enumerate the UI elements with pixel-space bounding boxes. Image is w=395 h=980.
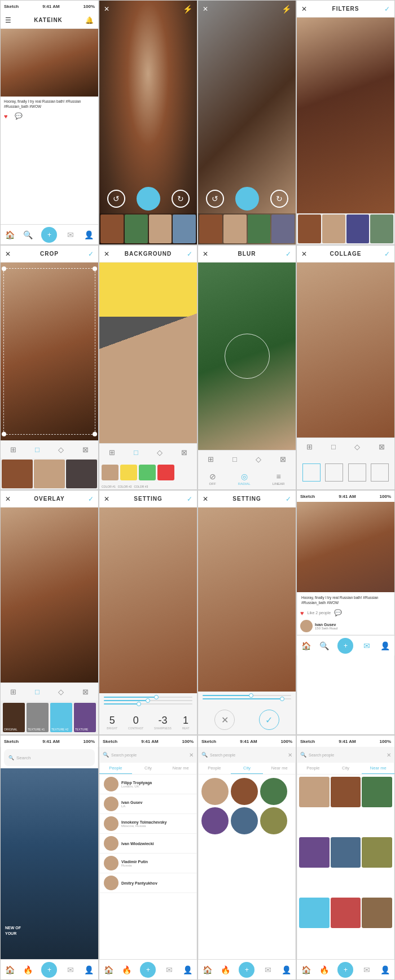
check-collage[interactable]: ✓ xyxy=(384,250,390,258)
tab-home[interactable]: 🏠 xyxy=(5,230,15,240)
tab-messages-13[interactable]: ✉ xyxy=(65,965,76,975)
collage-3x2[interactable] xyxy=(371,463,389,482)
dot-2-2[interactable] xyxy=(280,697,284,701)
person-row-4[interactable]: Ivan Wlodzwiecki xyxy=(99,834,197,854)
tab-messages-14[interactable]: ✉ xyxy=(164,965,174,975)
tab-nearme-14[interactable]: Near me xyxy=(164,763,197,774)
nearme-cell-7[interactable] xyxy=(299,898,330,928)
close-filters[interactable]: ✕ xyxy=(301,5,307,13)
close-icon-2[interactable]: ✕ xyxy=(203,5,208,13)
bg-grid-icon[interactable]: ⊠ xyxy=(181,448,187,457)
city-person-4[interactable] xyxy=(201,807,229,834)
menu-icon[interactable]: ☰ xyxy=(5,16,11,24)
ov-grid-icon[interactable]: ⊠ xyxy=(82,688,89,696)
collage-2x2[interactable] xyxy=(348,463,366,482)
tab-people-14[interactable]: People xyxy=(99,763,132,774)
nearme-cell-4[interactable] xyxy=(299,837,330,868)
tab-profile-16[interactable]: 👤 xyxy=(380,965,390,975)
nearme-cell-5[interactable] xyxy=(331,837,361,868)
city-person-1[interactable] xyxy=(201,778,229,805)
thumb-1[interactable] xyxy=(100,215,124,243)
lightning-icon[interactable]: ⚡ xyxy=(183,5,192,14)
city-person-5[interactable] xyxy=(231,807,258,834)
filter-2[interactable] xyxy=(322,215,345,243)
tab-explore-16[interactable]: 🔥 xyxy=(319,965,330,975)
nearme-cell-1[interactable] xyxy=(299,777,330,807)
tab-profile-12[interactable]: 👤 xyxy=(380,641,390,651)
city-person-6[interactable] xyxy=(260,807,287,834)
tab-home-14[interactable]: 🏠 xyxy=(103,965,113,975)
tab-explore-14[interactable]: 🔥 xyxy=(122,965,132,975)
check-crop[interactable]: ✓ xyxy=(88,250,94,258)
tab-home-12[interactable]: 🏠 xyxy=(301,641,311,651)
tab-nearme-16[interactable]: Near me xyxy=(362,763,394,774)
search-bar-13[interactable]: 🔍 Search xyxy=(4,749,95,766)
check-filters[interactable]: ✓ xyxy=(384,5,390,13)
c-diamond-icon[interactable]: ◇ xyxy=(354,443,360,451)
crop-thumb-1[interactable] xyxy=(2,460,33,488)
tab-city-14[interactable]: City xyxy=(132,763,165,774)
tab-city-16[interactable]: City xyxy=(330,763,362,774)
check-setting2[interactable]: ✓ xyxy=(286,495,291,503)
tab-camera-16[interactable]: + xyxy=(337,962,353,978)
track-sharpness[interactable] xyxy=(104,703,192,705)
close-setting2[interactable]: ✕ xyxy=(203,495,208,503)
dot-2-1[interactable] xyxy=(249,693,253,698)
check-overlay[interactable]: ✓ xyxy=(88,495,94,503)
blur-square-icon[interactable]: □ xyxy=(232,455,237,463)
person-row-1[interactable]: Filipp Troptyaga London, UK xyxy=(99,775,197,794)
close-collage[interactable]: ✕ xyxy=(301,250,307,258)
texture-original[interactable]: ORIGINAL xyxy=(3,703,25,732)
bg-square-icon[interactable]: □ xyxy=(134,448,138,457)
tab-profile-14[interactable]: 👤 xyxy=(183,965,193,975)
tab-messages[interactable]: ✉ xyxy=(65,230,76,240)
square-icon[interactable]: □ xyxy=(35,445,40,454)
close-overlay[interactable]: ✕ xyxy=(5,495,11,503)
c-crop-icon[interactable]: ⊞ xyxy=(306,443,313,451)
blur-off[interactable]: ⊘ OFF xyxy=(209,472,216,485)
close-icon[interactable]: ✕ xyxy=(104,5,109,13)
tab-camera-13[interactable]: + xyxy=(41,962,57,978)
thumb-2-3[interactable] xyxy=(248,215,271,243)
nearme-cell-8[interactable] xyxy=(331,898,361,928)
capture-btn-2[interactable] xyxy=(235,187,259,211)
dot-contrast[interactable] xyxy=(146,698,150,703)
filter-1[interactable] xyxy=(298,215,321,243)
tab-messages-16[interactable]: ✉ xyxy=(362,965,372,975)
check-bg[interactable]: ✓ xyxy=(187,250,192,258)
confirm-btn[interactable]: ✓ xyxy=(259,710,279,730)
tab-explore-12[interactable]: 🔍 xyxy=(319,641,330,651)
swatch-4[interactable] xyxy=(157,465,174,480)
notification-icon[interactable]: 🔔 xyxy=(85,16,94,24)
close-crop[interactable]: ✕ xyxy=(5,250,11,258)
texture-1[interactable]: TEXTURE #1 xyxy=(27,703,49,732)
close-setting[interactable]: ✕ xyxy=(104,495,109,503)
diamond-icon[interactable]: ◇ xyxy=(58,445,64,454)
blur-linear[interactable]: ≡ LINEAR xyxy=(273,472,285,485)
tab-messages-15[interactable]: ✉ xyxy=(263,965,273,975)
track-2-2[interactable] xyxy=(203,698,291,699)
tab-camera-15[interactable]: + xyxy=(239,962,254,978)
close-search-16[interactable]: ✕ xyxy=(387,752,391,758)
rotate-right-btn-2[interactable]: ↻ xyxy=(270,190,288,208)
close-bg[interactable]: ✕ xyxy=(104,250,109,258)
tab-explore[interactable]: 🔍 xyxy=(23,230,33,240)
track-contrast[interactable] xyxy=(104,700,192,701)
swatch-3[interactable] xyxy=(139,465,156,480)
tab-people-15[interactable]: People xyxy=(198,763,231,774)
tab-home-16[interactable]: 🏠 xyxy=(301,965,311,975)
check-setting[interactable]: ✓ xyxy=(187,495,192,503)
city-person-3[interactable] xyxy=(260,778,287,805)
c-grid-icon[interactable]: ⊠ xyxy=(379,443,385,451)
swatch-1[interactable] xyxy=(102,465,118,480)
tab-people-16[interactable]: People xyxy=(297,763,330,774)
crop-thumb-3[interactable] xyxy=(66,460,97,488)
comment-icon[interactable]: 💬 xyxy=(15,112,23,120)
rotate-left-btn[interactable]: ↺ xyxy=(107,190,125,208)
tab-home-15[interactable]: 🏠 xyxy=(202,965,212,975)
tab-camera[interactable]: + xyxy=(41,227,57,243)
crop-handle-tl[interactable] xyxy=(2,266,6,271)
track-brightness[interactable] xyxy=(104,697,192,698)
texture-3[interactable]: TEXTURE xyxy=(74,703,96,732)
tab-explore-15[interactable]: 🔥 xyxy=(221,965,231,975)
